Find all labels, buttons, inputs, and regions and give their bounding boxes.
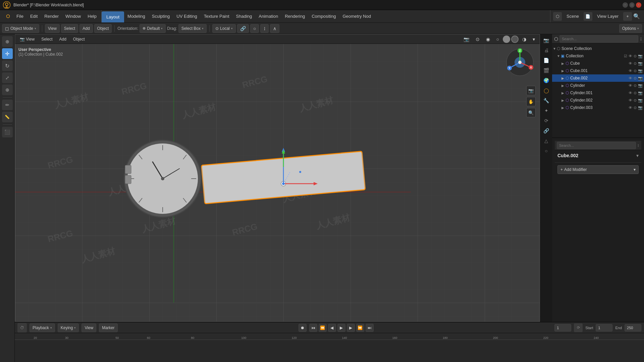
add-workspace-btn[interactable]: + [623,12,632,21]
prop-modifier-btn[interactable]: 🔧 [542,96,551,105]
tab-layout[interactable]: Layout [102,11,124,22]
current-frame-field[interactable]: 1 [554,324,571,331]
tool-annotate[interactable]: ✏ [2,100,13,110]
vph-material-btn[interactable] [511,36,519,43]
tree-cube002[interactable]: ▶ ⬡ Cube.002 👁 ⊙ 📷 [552,74,644,82]
prop-physics-btn[interactable]: ⟳ [542,116,551,125]
cyl003-restrict[interactable]: ⊙ [634,106,637,110]
tree-collection[interactable]: ▾ ▣ Collection ☑ 👁 ⊙ 📷 [552,52,644,60]
close-button[interactable]: × [636,2,641,8]
view-menu-btn[interactable]: View [45,24,60,33]
proportional-btn[interactable]: ○ [250,24,259,33]
jump-end-btn[interactable]: ⏭ [366,324,374,332]
vph-view-btn[interactable]: 📷 View [17,36,37,43]
tree-cube001[interactable]: ▶ ⬡ Cube.001 👁 ⊙ 📷 [552,67,644,74]
cyl003-camera[interactable]: 📷 [638,106,643,110]
vph-overlay-btn[interactable]: ⊙ [473,36,482,43]
cyl003-eye[interactable]: 👁 [629,106,632,110]
prop-data-btn[interactable]: △ [542,136,551,145]
menu-window[interactable]: Window [62,12,84,20]
collection-eye[interactable]: 👁 [629,54,632,58]
tree-cylinder003[interactable]: ▶ ⬡ Cylinder.003 👁 ⊙ 📷 [552,104,644,111]
outliner-search[interactable] [559,35,638,43]
cyl001-eye[interactable]: 👁 [629,91,632,95]
tool-transform[interactable]: ⊕ [2,84,13,95]
prop-constraint-btn[interactable]: 🔗 [542,126,551,135]
vph-add-btn[interactable]: Add [57,36,69,43]
tab-scene[interactable]: Scene [563,12,582,20]
tab-compositing[interactable]: Compositing [308,10,339,22]
menu-render[interactable]: Render [41,12,62,20]
add-modifier-btn[interactable]: + Add Modifier ▾ [557,165,639,174]
tab-animation[interactable]: Animation [255,10,281,22]
cyl002-restrict[interactable]: ⊙ [634,98,637,103]
collection-restrict[interactable]: ⊙ [634,54,637,58]
vph-rendered-btn[interactable]: ◑ [520,36,529,43]
view-layer-icon-btn[interactable]: 📄 [584,12,592,21]
object-menu-btn[interactable]: Object [94,24,112,33]
vph-shading-btn[interactable]: ○ [494,36,502,43]
collection-camera[interactable]: 📷 [638,54,643,58]
vph-extra-btn[interactable]: ▾ [530,36,538,43]
tool-move[interactable]: ✛ [2,48,13,59]
cube002-restrict[interactable]: ⊙ [634,76,637,80]
prop-view-layer-btn[interactable]: 📄 [542,56,551,65]
prop-scene-btn[interactable]: 🎬 [542,66,551,75]
timeline-icon-btn[interactable]: ⏱ [17,323,27,333]
timeline-keying-btn[interactable]: Keying ▾ [58,323,79,332]
vp-tool-camera[interactable]: 📷 [526,86,536,95]
cube001-eye[interactable]: 👁 [629,69,632,73]
cube001-restrict[interactable]: ⊙ [634,69,637,73]
next-keyframe-btn[interactable]: ⏩ [356,324,364,332]
cube-camera[interactable]: 📷 [638,61,643,66]
viewport[interactable]: 📷 View Select Add Object 📷 ⊙ ◉ ○ ◑ ▾ [15,34,540,322]
vp-tool-drag[interactable]: ✋ [526,97,536,106]
cyl001-camera[interactable]: 📷 [638,91,643,95]
prop-expand-btn[interactable]: ▾ [636,153,639,158]
prop-particle-btn[interactable]: ✦ [542,106,551,115]
drag-selector[interactable]: Select Box ▾ [178,24,207,33]
tab-view-layer[interactable]: View Layer [594,12,622,20]
next-frame-btn[interactable]: ▶ [347,324,355,332]
cube-restrict[interactable]: ⊙ [634,61,637,66]
collection-check[interactable]: ☑ [624,54,627,58]
mode-selector[interactable]: ◻ Object Mode ▾ [2,24,39,33]
cyl-camera[interactable]: 📷 [638,83,643,88]
window-controls[interactable]: − □ × [623,2,641,8]
prev-frame-btn[interactable]: ◀ [328,324,336,332]
menu-edit[interactable]: Edit [27,12,41,20]
minimize-button[interactable]: − [623,2,628,8]
timeline-view-btn[interactable]: View [82,323,96,332]
select-menu-btn[interactable]: Select [61,24,78,33]
prev-keyframe-btn[interactable]: ⏪ [319,324,327,332]
record-btn[interactable]: ⏺ [299,324,307,332]
fps-indicator[interactable]: ⟳ [574,323,583,332]
tab-uv-editing[interactable]: UV Editing [173,10,200,22]
tree-cylinder002[interactable]: ▶ ⬡ Cylinder.002 👁 ⊙ 📷 [552,97,644,104]
tab-rendering[interactable]: Rendering [281,10,308,22]
tree-scene-collection[interactable]: ▾ ⬡ Scene Collection [552,45,644,52]
vp-tool-zoom[interactable]: 🔍 [526,108,536,117]
tree-cylinder[interactable]: ▶ ⬡ Cylinder 👁 ⊙ 📷 [552,82,644,89]
tab-geometry-nodes[interactable]: Geometry Nod [339,10,374,22]
add-menu-btn[interactable]: Add [79,24,93,33]
cyl-eye[interactable]: 👁 [629,83,632,87]
jump-start-btn[interactable]: ⏮ [309,324,317,332]
tab-shading[interactable]: Shading [233,10,256,22]
cyl-restrict[interactable]: ⊙ [634,83,637,88]
prop-render-btn[interactable]: 📷 [542,36,551,45]
cube002-camera[interactable]: 📷 [638,76,643,80]
cube001-camera[interactable]: 📷 [638,69,643,73]
prop-material-btn[interactable]: ○ [542,146,551,156]
tab-texture-paint[interactable]: Texture Paint [201,10,233,22]
filter-icon[interactable]: ⫶ [640,36,642,42]
menu-file[interactable]: File [13,12,27,20]
cyl001-restrict[interactable]: ⊙ [634,91,637,95]
tab-sculpting[interactable]: Sculpting [149,10,173,22]
properties-search[interactable] [557,142,636,149]
tool-scale[interactable]: ⤢ [2,72,13,83]
prop-world-btn[interactable]: 🌍 [542,76,551,85]
scene-icon-btn[interactable]: ⬡ [553,12,562,21]
vph-render-mode-btn[interactable]: ◉ [483,36,493,43]
nav-gizmo[interactable]: Z X Y [505,47,535,77]
